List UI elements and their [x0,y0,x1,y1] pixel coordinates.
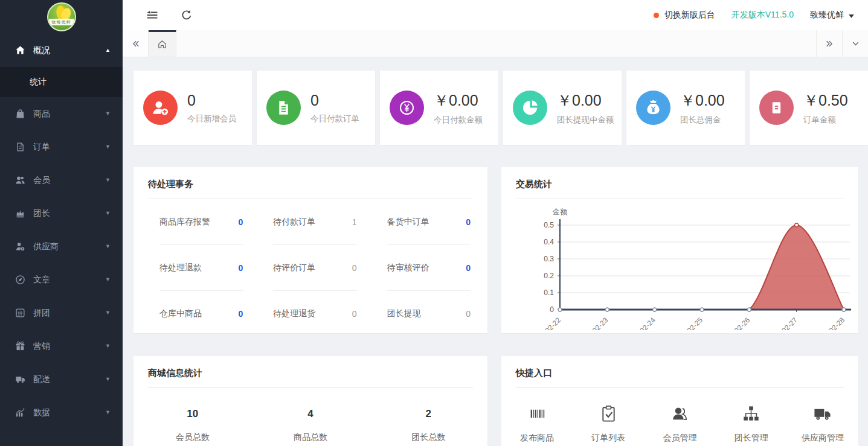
quick-entry-item[interactable]: 供应商管理 [787,404,858,444]
sidebar-item-label: 团长 [33,208,50,219]
version-link[interactable]: 开发版本V11.5.0 [731,10,794,21]
topbar: 切换新版后台 开发版本V11.5.0 致臻优鲜 [123,0,868,30]
caret-icon: ▼ [105,343,111,349]
quick-entry-item[interactable]: 订单列表 [573,404,644,444]
panels-row-2: 商城信息统计 10 会员总数 4 商品总数 2 团长总数 快捷入口 发布商品 订… [133,356,858,446]
sidebar-item-label: 供应商 [33,241,59,252]
quick-entry-item[interactable]: 团长管理 [716,404,787,444]
pending-item: 待付款订单 1 [273,199,356,245]
svg-text:02-27: 02-27 [780,316,799,330]
sidebar-item-配送[interactable]: 配送 ▼ [0,363,123,396]
svg-text:02-25: 02-25 [686,316,705,330]
mall-stat-label: 商品总数 [251,432,369,443]
pending-item-label: 备货中订单 [387,217,429,228]
caret-icon: ▼ [105,410,111,415]
pending-item-value[interactable]: 0 [239,217,243,227]
sidebar-item-label: 会员 [33,175,50,186]
caret-icon: ▼ [105,211,111,216]
panels-row-1: 待处理事务 商品库存报警 0 待付款订单 1 备货中订单 0 待处理退款 0 待… [133,167,858,333]
user-plus-icon [143,91,178,125]
sidebar-item-label: 营销 [33,341,50,352]
svg-text:拼: 拼 [17,310,23,316]
quick-entry-item[interactable]: 发布商品 [501,404,573,444]
sidebar-item-概况[interactable]: 概况 ▲ [0,34,123,67]
sidebar-item-文章[interactable]: 文章 ▼ [0,263,123,296]
refresh-icon [181,9,193,21]
stat-card-value: ￥0.00 [434,91,483,110]
brand-logo: 致臻优鲜 [0,0,123,34]
menu-fold-button[interactable] [146,9,158,21]
sidebar-item-拼团[interactable]: 拼 拼团 ▼ [0,296,123,330]
quick-entry-label: 发布商品 [501,433,573,444]
pending-item: 商品库存报警 0 [159,199,243,245]
tabs-scroll-left-button[interactable] [123,30,149,57]
mall-stats-title: 商城信息统计 [133,356,487,387]
pending-item-value[interactable]: 0 [239,309,243,319]
users-icon [15,175,25,185]
stat-card-label: 今日新增会员 [187,113,236,124]
pending-item-value[interactable]: 0 [239,263,243,273]
pending-item: 仓库中商品 0 [159,291,243,337]
sidebar-subitem[interactable]: 统计 [0,67,123,97]
member-icon [670,404,689,423]
sidebar-item-会员[interactable]: 会员 ▼ [0,164,123,197]
sidebar-item-数据[interactable]: 数据 ▼ [0,396,123,429]
pending-item-label: 待处理退款 [159,263,202,273]
double-chevron-right-icon [825,39,834,48]
pie-chart-icon [513,91,547,125]
caret-icon: ▼ [105,144,111,150]
tab-home[interactable] [149,30,176,57]
svg-text:0.5: 0.5 [544,221,554,229]
caret-icon: ▼ [105,277,111,282]
sidebar-item-营销[interactable]: 营销 ▼ [0,330,123,363]
stat-card-value: 0 [187,92,236,109]
home-outline-icon [157,39,167,49]
main-content: 0 今日新增会员 0 今日付款订单 ￥0.00 今日付款金额 ￥0.00 团长提… [123,57,868,446]
pending-item-value: 1 [352,217,357,227]
crown-icon [15,208,25,218]
pending-grid: 商品库存报警 0 待付款订单 1 备货中订单 0 待处理退款 0 待评价订单 0… [133,199,487,337]
pending-item: 待审核评价 0 [387,245,471,291]
sidebar-item-订单[interactable]: 订单 ▼ [0,130,123,164]
file-text-icon [266,91,301,125]
stat-card-label: 团长提现中金额 [557,115,614,126]
user-menu[interactable]: 致臻优鲜 [810,10,855,21]
tabs-scroll-right-button[interactable] [816,30,842,57]
refresh-button[interactable] [181,9,193,21]
sidebar-item-label: 文章 [33,275,50,285]
stat-card-label: 订单金额 [803,115,848,126]
sidebar-item-供应商[interactable]: 供应商 ▼ [0,230,123,263]
mall-stats-grid: 10 会员总数 4 商品总数 2 团长总数 [133,388,487,443]
card-equal-icon [759,91,794,125]
quick-entry-label: 会员管理 [644,433,715,444]
compass-icon [15,275,25,285]
stat-card: 0 今日新增会员 [133,71,252,145]
quick-entry-grid: 发布商品 订单列表 会员管理 团长管理 供应商管理 [501,388,858,444]
sidebar-item-label: 商品 [33,109,50,119]
sidebar-item-团长[interactable]: 团长 ▼ [0,197,123,230]
tab-strip [176,30,816,57]
stat-card: ￥0.00 今日付款金额 [380,71,498,145]
trade-area-chart: 金额00.10.20.30.40.502-2202-2302-2402-2502… [501,199,858,330]
pending-item-value[interactable]: 0 [466,217,471,227]
stat-card-value: ￥0.00 [557,91,614,110]
tabs-collapse-button[interactable] [842,30,868,57]
pending-item: 待处理退款 0 [159,245,243,291]
yen-circle-icon [390,91,424,125]
caret-icon: ▲ [105,48,111,53]
quick-entry-title: 快捷入口 [501,356,858,387]
mall-stat-value: 4 [251,408,369,420]
pending-item-value[interactable]: 0 [466,263,471,273]
pending-item-label: 待评价订单 [273,263,315,273]
sidebar-item-商品[interactable]: 商品 ▼ [0,97,123,130]
truck-icon [15,374,25,384]
stat-card: ￥0.00 团长提现中金额 [503,71,622,145]
stat-card-label: 团长总佣金 [680,115,725,126]
caret-icon: ▼ [105,177,111,183]
quick-entry-label: 订单列表 [573,433,644,444]
quick-entry-item[interactable]: 会员管理 [644,404,715,444]
money-bag-icon [636,91,670,125]
switch-new-admin-link[interactable]: 切换新版后台 [654,10,715,21]
mall-stat-value: 10 [133,408,251,420]
sidebar: 致臻优鲜 概况 ▲ 统计 商品 ▼ 订单 ▼ 会员 ▼ 团长 ▼ 供应商 ▼ 文… [0,0,123,446]
